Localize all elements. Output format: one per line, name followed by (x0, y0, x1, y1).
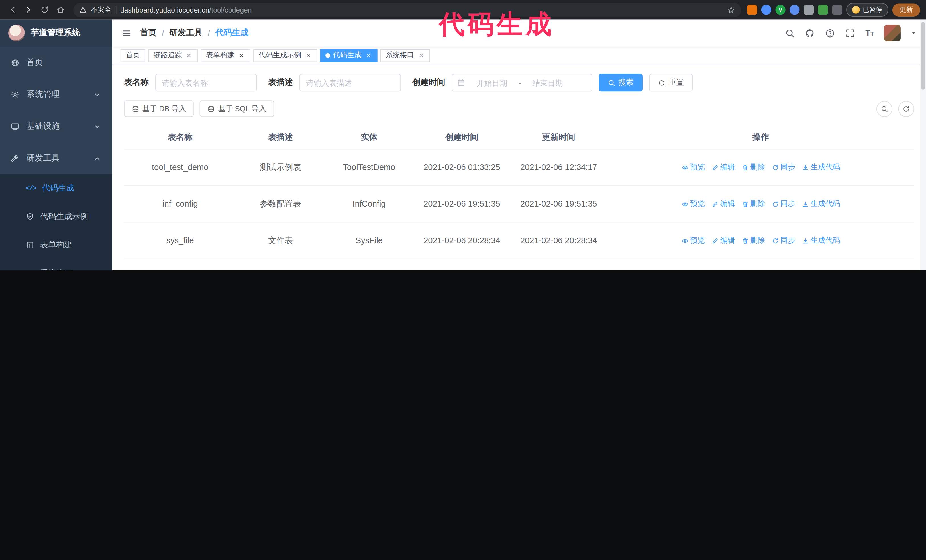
question-icon (825, 28, 835, 38)
sidebar-item-dev-tools[interactable]: 研发工具 (0, 142, 112, 174)
create-time-label: 创建时间 (412, 77, 445, 88)
chevron-down-icon (92, 122, 101, 131)
chrome-update-button[interactable]: 更新 (893, 3, 920, 16)
action-edit-link[interactable]: 编辑 (711, 235, 735, 246)
tab-system-api[interactable]: 系统接口 (380, 49, 430, 62)
people-extension-icon[interactable] (790, 5, 799, 15)
close-icon[interactable] (238, 51, 245, 59)
github-icon[interactable] (805, 28, 815, 38)
pencil-icon (711, 237, 719, 244)
fullscreen-icon[interactable] (845, 28, 855, 38)
drop-extension-icon[interactable] (761, 5, 771, 15)
page-scrollbar[interactable] (920, 20, 926, 270)
column-header: 表描述 (236, 125, 325, 149)
card-extension-icon[interactable] (804, 5, 814, 15)
back-button[interactable] (6, 3, 20, 17)
tab-tracing[interactable]: 链路追踪 (148, 49, 198, 62)
close-icon[interactable] (417, 51, 425, 59)
sidebar-item-codegen[interactable]: </>代码生成 (0, 174, 112, 202)
check-extension-icon[interactable]: V (775, 5, 785, 15)
close-icon[interactable] (365, 51, 372, 59)
bookmark-star-icon[interactable] (727, 6, 735, 14)
search-icon[interactable] (785, 28, 795, 38)
refresh-table-button[interactable] (898, 101, 914, 116)
action-sync-link[interactable]: 同步 (772, 162, 795, 173)
tab-form-builder[interactable]: 表单构建 (201, 49, 250, 62)
fox-extension-icon[interactable] (747, 5, 757, 15)
profile-paused-badge[interactable]: 已暂停 (846, 3, 888, 17)
tab-codegen[interactable]: 代码生成 (320, 49, 377, 62)
import-db-button[interactable]: 基于 DB 导入 (124, 100, 194, 117)
cell-entity: InfJob (325, 259, 413, 270)
sidebar-toggle-icon[interactable] (122, 28, 132, 38)
breadcrumb-item[interactable]: 首页 (140, 28, 156, 38)
avatar-caret-icon[interactable] (911, 30, 917, 36)
eye-icon (681, 164, 688, 171)
action-edit-link[interactable]: 编辑 (711, 162, 735, 173)
action-delete-link[interactable]: 删除 (741, 199, 765, 210)
user-avatar[interactable] (884, 25, 901, 41)
tab-codegen-example[interactable]: 代码生成示例 (253, 49, 317, 62)
puzzle-extension-icon[interactable] (832, 5, 842, 15)
security-label: 不安全 (91, 5, 111, 14)
help-icon[interactable] (825, 28, 835, 38)
tab-home[interactable]: 首页 (121, 49, 145, 62)
scrollbar-thumb[interactable] (921, 22, 924, 90)
page-header: 首页/研发工具/代码生成 TT (112, 20, 926, 47)
sidebar-item-infrastructure[interactable]: 基础设施 (0, 110, 112, 142)
cell-created: 2021-02-07 06:39:34 (413, 259, 510, 270)
sidebar-item-label: 基础设施 (27, 121, 59, 131)
sidebar-item-system-management[interactable]: 系统管理 (0, 78, 112, 110)
forward-button[interactable] (22, 3, 36, 17)
breadcrumb-separator: / (208, 28, 210, 38)
github-icon (805, 28, 815, 38)
table-name-input[interactable] (155, 74, 257, 91)
action-delete-link[interactable]: 删除 (741, 235, 765, 246)
action-preview-link[interactable]: 预览 (681, 235, 705, 246)
home-button[interactable] (54, 3, 68, 17)
action-generate-code-link[interactable]: 生成代码 (802, 199, 840, 210)
sidebar-nav: 首页系统管理基础设施研发工具</>代码生成代码生成示例表单构建系统接口数据库文档 (0, 47, 112, 270)
action-sync-link[interactable]: 同步 (772, 235, 795, 246)
close-icon[interactable] (304, 51, 312, 59)
breadcrumb-item[interactable]: 代码生成 (215, 28, 248, 38)
end-date-input[interactable] (524, 78, 572, 88)
column-header: 表名称 (124, 125, 236, 149)
warning-icon (79, 6, 87, 14)
start-date-input[interactable] (468, 78, 516, 88)
toggle-search-button[interactable] (876, 101, 893, 116)
date-range-picker[interactable]: - (452, 74, 592, 91)
sidebar-item-label: 研发工具 (27, 153, 59, 163)
sidebar-item-system-api[interactable]: 系统接口 (0, 259, 112, 270)
sidebar-item-form-builder[interactable]: 表单构建 (0, 231, 112, 259)
codegen-table: 表名称表描述实体创建时间更新时间操作tool_test_demo测试示例表Too… (124, 125, 914, 270)
table-desc-input[interactable] (300, 74, 401, 91)
action-label: 预览 (690, 235, 705, 246)
app-logo[interactable]: 芋道管理系统 (0, 20, 112, 47)
sidebar-item-label: 首页 (27, 57, 43, 68)
action-generate-code-link[interactable]: 生成代码 (802, 235, 840, 246)
reset-button[interactable]: 重置 (649, 74, 693, 91)
leaf-extension-icon[interactable] (818, 5, 828, 15)
refresh-icon (772, 164, 779, 171)
cell-created: 2021-02-06 01:33:25 (413, 149, 510, 185)
sidebar-item-home[interactable]: 首页 (0, 47, 112, 78)
table-row: sys_file文件表SysFile2021-02-06 20:28:34202… (124, 222, 914, 259)
action-preview-link[interactable]: 预览 (681, 162, 705, 173)
reload-button[interactable] (38, 3, 51, 17)
import-sql-button[interactable]: 基于 SQL 导入 (200, 100, 274, 117)
sidebar-item-codegen-example[interactable]: 代码生成示例 (0, 202, 112, 231)
breadcrumb-item[interactable]: 研发工具 (169, 28, 203, 38)
action-preview-link[interactable]: 预览 (681, 199, 705, 210)
import-sql-label: 基于 SQL 导入 (218, 104, 266, 114)
close-icon (418, 52, 424, 58)
action-edit-link[interactable]: 编辑 (711, 199, 735, 210)
action-generate-code-link[interactable]: 生成代码 (802, 162, 840, 173)
search-button[interactable]: 搜索 (599, 74, 643, 91)
font-size-icon[interactable]: TT (865, 28, 874, 38)
action-sync-link[interactable]: 同步 (772, 199, 795, 210)
pencil-icon (711, 164, 719, 171)
close-icon[interactable] (185, 51, 193, 59)
action-delete-link[interactable]: 删除 (741, 162, 765, 173)
address-bar[interactable]: 不安全 dashboard.yudao.iocoder.cn/tool/code… (73, 3, 741, 17)
